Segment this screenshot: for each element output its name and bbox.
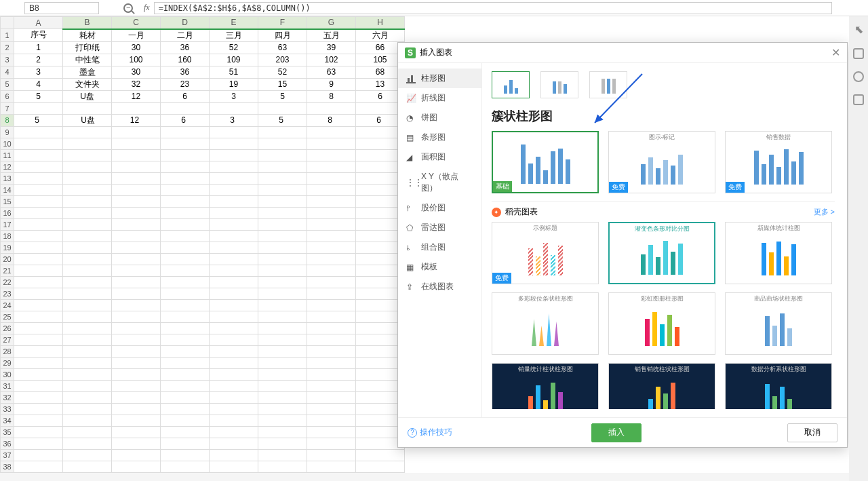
row-header[interactable]: 7: [1, 102, 14, 114]
more-link[interactable]: 更多 >: [814, 207, 835, 217]
subtype-stacked[interactable]: [540, 71, 578, 98]
bar-chart-icon: [406, 74, 416, 83]
line-chart-icon: 📈: [406, 94, 416, 103]
chart-thumb[interactable]: 彩虹图册柱形图: [608, 292, 715, 355]
row-header[interactable]: 5: [1, 78, 14, 90]
cursor-icon: ⬉: [854, 23, 863, 36]
chart-thumb[interactable]: 渐变色条形对比分图: [608, 222, 715, 284]
chart-thumb[interactable]: 多彩段位条状柱形图: [492, 292, 599, 355]
col-header[interactable]: E: [210, 17, 258, 29]
chart-subtype-row: [492, 71, 837, 98]
col-header[interactable]: G: [307, 17, 356, 29]
help-icon: ?: [408, 428, 417, 438]
close-icon[interactable]: ✕: [831, 46, 840, 59]
chart-thumb-basic[interactable]: 基础: [492, 131, 599, 193]
insert-chart-dialog: S 插入图表 ✕ 柱形图 📈折线图 ◔饼图 ▤条形图 ◢面积图 ⋮⋮X Y（散点…: [397, 42, 848, 448]
pie-chart-icon: ◔: [406, 113, 416, 123]
nav-bar-chart[interactable]: ▤条形图: [398, 128, 481, 147]
hbar-chart-icon: ▤: [406, 133, 416, 142]
nav-area-chart[interactable]: ◢面积图: [398, 147, 481, 167]
insert-button[interactable]: 插入: [591, 423, 642, 442]
zoom-out-icon[interactable]: −: [123, 3, 133, 13]
row-header[interactable]: 2: [1, 41, 14, 54]
area-chart-icon: ◢: [406, 153, 416, 162]
col-header[interactable]: F: [258, 17, 307, 29]
chart-thumb[interactable]: 示例标题 免费: [492, 222, 599, 284]
fx-icon[interactable]: fx: [144, 3, 150, 13]
nav-stock-chart[interactable]: ⫯股价图: [398, 198, 481, 218]
nav-template[interactable]: ▦模板: [398, 257, 481, 277]
cancel-button[interactable]: 取消: [787, 423, 837, 442]
rail-icon[interactable]: [853, 71, 864, 82]
online-chart-icon: ⇪: [406, 282, 416, 292]
chart-thumb[interactable]: 商品商场状柱形图: [725, 292, 832, 355]
formula-input[interactable]: =INDEX($A$2:$H$6,$A$8,COLUMN()): [154, 2, 832, 14]
chart-thumb[interactable]: 新媒体统计柱图: [725, 222, 832, 284]
right-side-rail: ⬉: [849, 16, 868, 473]
combo-chart-icon: ⫰: [406, 243, 416, 252]
col-header[interactable]: H: [356, 17, 405, 29]
row-header[interactable]: 1: [1, 29, 14, 42]
badge-free: 免费: [492, 273, 511, 284]
name-box[interactable]: B8: [24, 2, 99, 14]
row-header[interactable]: 4: [1, 66, 14, 78]
rail-icon[interactable]: [853, 94, 864, 105]
row-header[interactable]: 3: [1, 54, 14, 66]
row-header[interactable]: 6: [1, 90, 14, 102]
col-header[interactable]: D: [161, 17, 210, 29]
nav-combo-chart[interactable]: ⫰组合图: [398, 237, 481, 257]
chart-type-nav: 柱形图 📈折线图 ◔饼图 ▤条形图 ◢面积图 ⋮⋮X Y（散点图） ⫯股价图 ⬠…: [398, 63, 482, 417]
col-header[interactable]: A: [14, 17, 63, 29]
stock-chart-icon: ⫯: [406, 204, 416, 213]
nav-line-chart[interactable]: 📈折线图: [398, 88, 481, 108]
nav-column-chart[interactable]: 柱形图: [398, 69, 481, 88]
chart-thumb[interactable]: 销量统计柱状柱形图: [492, 363, 599, 409]
nav-scatter-chart[interactable]: ⋮⋮X Y（散点图）: [398, 167, 481, 198]
nav-radar-chart[interactable]: ⬠雷达图: [398, 218, 481, 237]
nav-online-chart[interactable]: ⇪在线图表: [398, 277, 481, 296]
badge-free: 免费: [609, 182, 628, 193]
chart-thumb[interactable]: 销售数据 免费: [725, 131, 832, 193]
col-header[interactable]: C: [112, 17, 161, 29]
chart-thumb[interactable]: 图示-标记 免费: [608, 131, 715, 193]
template-icon: ▦: [406, 263, 416, 272]
subtype-percent[interactable]: [589, 71, 627, 98]
tips-link[interactable]: ?操作技巧: [408, 427, 452, 438]
badge-free: 免费: [726, 182, 745, 193]
daoke-icon: ✦: [492, 208, 501, 217]
chart-section-title: 簇状柱形图: [492, 108, 837, 124]
radar-chart-icon: ⬠: [406, 223, 416, 233]
col-header[interactable]: B: [63, 17, 112, 29]
chart-thumb[interactable]: 销售销统柱状柱形图: [608, 363, 715, 409]
subtype-clustered[interactable]: [492, 71, 530, 98]
chart-thumb[interactable]: 数据分析系状柱形图: [725, 363, 832, 409]
app-logo-icon: S: [405, 47, 416, 58]
scatter-chart-icon: ⋮⋮: [406, 178, 416, 187]
row-header[interactable]: 8: [1, 114, 14, 126]
formula-bar: B8 − fx =INDEX($A$2:$H$6,$A$8,COLUMN()): [0, 0, 868, 16]
daoke-label: 稻壳图表: [505, 206, 538, 218]
rail-icon[interactable]: [853, 48, 864, 59]
nav-pie-chart[interactable]: ◔饼图: [398, 108, 481, 128]
badge-basic: 基础: [493, 181, 512, 192]
dialog-title: 插入图表: [420, 47, 452, 58]
